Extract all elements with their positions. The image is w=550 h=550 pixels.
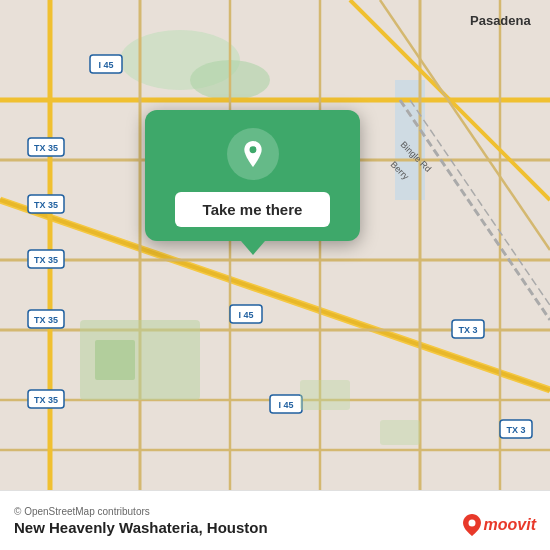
- location-icon-wrapper: [227, 128, 279, 180]
- moovit-brand-text: moovit: [484, 516, 536, 534]
- location-pin-icon: [240, 141, 266, 167]
- svg-text:TX 35: TX 35: [34, 315, 58, 325]
- svg-text:TX 35: TX 35: [34, 143, 58, 153]
- svg-text:I 45: I 45: [238, 310, 253, 320]
- take-me-there-button[interactable]: Take me there: [175, 192, 331, 227]
- svg-rect-0: [0, 0, 550, 490]
- bottom-info-bar: © OpenStreetMap contributors New Heavenl…: [0, 490, 550, 550]
- svg-text:TX 35: TX 35: [34, 255, 58, 265]
- svg-point-50: [468, 520, 475, 527]
- svg-text:TX 35: TX 35: [34, 395, 58, 405]
- svg-text:I 45: I 45: [98, 60, 113, 70]
- svg-rect-45: [300, 380, 350, 410]
- svg-text:TX 35: TX 35: [34, 200, 58, 210]
- svg-text:I 45: I 45: [278, 400, 293, 410]
- moovit-pin-icon: [463, 514, 481, 536]
- location-popup: Take me there: [145, 110, 360, 241]
- svg-rect-44: [95, 340, 135, 380]
- osm-attribution: © OpenStreetMap contributors: [14, 506, 536, 517]
- svg-text:Pasadena: Pasadena: [470, 13, 531, 28]
- moovit-logo: moovit: [463, 514, 536, 536]
- svg-text:TX 3: TX 3: [506, 425, 525, 435]
- map-area: TX 35 TX 35 TX 35 TX 35 TX 35 I 45 I 45 …: [0, 0, 550, 490]
- svg-text:TX 3: TX 3: [458, 325, 477, 335]
- svg-rect-46: [380, 420, 420, 445]
- location-title: New Heavenly Washateria, Houston: [14, 519, 536, 536]
- svg-point-49: [249, 146, 256, 153]
